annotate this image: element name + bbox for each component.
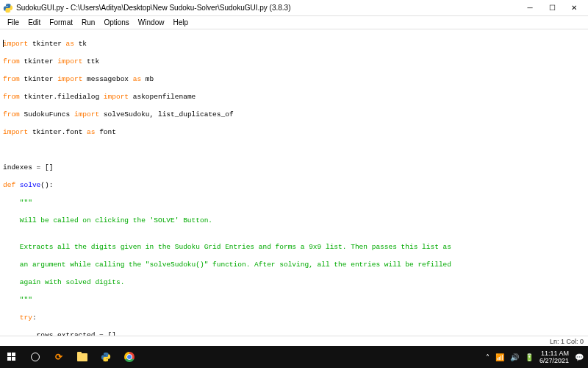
menu-edit[interactable]: Edit [24, 17, 45, 28]
clock-time: 11:11 AM [539, 350, 569, 357]
svg-rect-3 [12, 357, 15, 361]
start-button[interactable] [0, 346, 24, 368]
file-explorer-icon[interactable] [71, 346, 94, 368]
minimize-button[interactable]: ─ [519, 1, 541, 15]
idle-icon[interactable] [94, 346, 118, 368]
menu-run[interactable]: Run [77, 17, 99, 28]
svg-rect-2 [7, 357, 11, 361]
svg-rect-1 [12, 353, 15, 356]
window-title: SudokuGUI.py - C:\Users\Aditya\Desktop\N… [16, 4, 519, 12]
chrome-icon[interactable] [118, 346, 141, 368]
window-controls: ─ ☐ ✕ [519, 1, 585, 15]
svg-rect-0 [7, 353, 11, 356]
tray-chevron-icon[interactable]: ˄ [486, 353, 490, 361]
battery-icon[interactable]: 🔋 [525, 353, 534, 361]
title-bar: SudokuGUI.py - C:\Users\Aditya\Desktop\N… [0, 0, 588, 16]
notifications-icon[interactable]: 💬 [575, 353, 584, 361]
cursor-position: Ln: 1 Col: 0 [550, 338, 584, 345]
menu-window[interactable]: Window [134, 17, 169, 28]
taskbar: ⟳ ˄ 📶 🔊 🔋 11:11 AM 6/27/2021 💬 [0, 346, 588, 368]
menu-bar: File Edit Format Run Options Window Help [0, 16, 588, 29]
menu-help[interactable]: Help [168, 17, 193, 28]
task-app-icon[interactable]: ⟳ [47, 346, 71, 368]
maximize-button[interactable]: ☐ [541, 1, 563, 15]
code-editor[interactable]: import tkinter as tk from tkinter import… [0, 29, 588, 336]
volume-icon[interactable]: 🔊 [510, 353, 519, 361]
status-bar: Ln: 1 Col: 0 [0, 336, 588, 346]
menu-format[interactable]: Format [45, 17, 77, 28]
close-button[interactable]: ✕ [563, 1, 585, 15]
clock-date: 6/27/2021 [539, 357, 569, 364]
wifi-icon[interactable]: 📶 [495, 353, 504, 361]
menu-options[interactable]: Options [99, 17, 133, 28]
menu-file[interactable]: File [3, 17, 24, 28]
cortana-icon[interactable] [24, 346, 47, 368]
python-icon [3, 3, 13, 13]
system-clock[interactable]: 11:11 AM 6/27/2021 [539, 350, 569, 364]
